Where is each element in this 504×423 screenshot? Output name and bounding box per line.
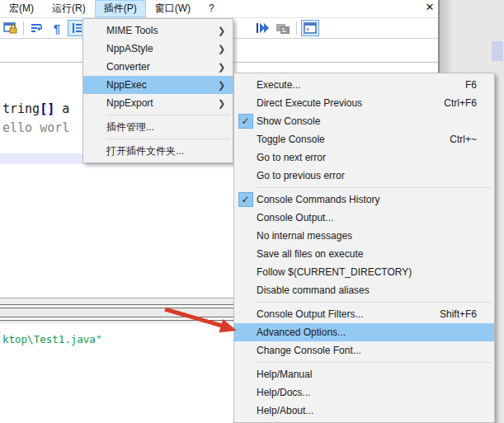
window-lock-icon — [3, 21, 17, 35]
word-wrap-button[interactable] — [28, 20, 46, 36]
fast-forward-icon — [256, 21, 271, 35]
nppexec-menu-item-disable-command-aliases[interactable]: Disable command aliases — [234, 281, 494, 299]
empty-icon-cell — [234, 281, 257, 299]
empty-icon-cell — [234, 130, 257, 148]
menu-item-label: Follow $(CURRENT_DIRECTORY) — [257, 266, 477, 278]
menu-item-label: Console Output Filters... — [257, 308, 440, 320]
nppexec-menu-item-change-console-font[interactable]: Change Console Font... — [234, 341, 494, 360]
code-segment: [] — [40, 101, 54, 116]
menu-item-shortcut: F6 — [465, 79, 494, 91]
code-segment: a — [54, 101, 69, 116]
nppexec-menu-item-advanced-options[interactable]: Advanced Options... — [234, 323, 494, 341]
editor-code-line: ello worl — [2, 120, 69, 135]
nppexec-menu-item-console-output-filters[interactable]: Console Output Filters...Shift+F6 — [234, 305, 494, 323]
menu-item-label: Converter — [83, 61, 218, 73]
nppexec-menu-item-console-commands-history[interactable]: ✓Console Commands History — [234, 190, 494, 209]
annotation-arrow — [151, 298, 243, 338]
plugin-menu-item-converter[interactable]: Converter❯ — [83, 58, 233, 76]
nppexec-menu-item-help-manual[interactable]: Help/Manual — [234, 365, 494, 383]
menu-separator — [106, 115, 230, 115]
nppexec-submenu: Execute...F6Direct Execute PreviousCtrl+… — [233, 73, 495, 423]
indent-guide-icon — [70, 21, 83, 35]
plugin-menu-item-nppexec[interactable]: NppExec❯ — [83, 76, 233, 94]
submenu-arrow-icon: ❯ — [218, 62, 233, 73]
console-output-line: ktop\Test1.java" — [2, 333, 101, 345]
empty-icon-cell — [234, 209, 257, 227]
nppexec-menu-item-toggle-console[interactable]: Toggle ConsoleCtrl+~ — [234, 130, 494, 148]
dock-panel-button[interactable] — [274, 20, 292, 36]
menu-item-label: Execute... — [257, 79, 465, 91]
menu-item-label: Help/About... — [257, 405, 477, 416]
empty-icon-cell — [234, 245, 257, 263]
nppexec-menu-item-help-docs[interactable]: Help/Docs... — [234, 383, 494, 402]
menu-item-label: Disable command aliases — [257, 284, 477, 296]
menu-item-label: Go to next error — [257, 152, 477, 163]
empty-icon-cell — [234, 263, 257, 281]
menu-item-label: Toggle Console — [257, 134, 450, 145]
plugin-menu-item-nppexport[interactable]: NppExport❯ — [83, 94, 233, 112]
menubar-item-run[interactable]: 运行(R) — [43, 0, 95, 17]
submenu-arrow-icon: ❯ — [218, 44, 233, 54]
menubar-item-help[interactable]: ? — [200, 0, 224, 17]
nppexec-menu-item-help-about[interactable]: Help/About... — [234, 402, 494, 420]
submenu-arrow-icon: ❯ — [218, 80, 233, 91]
menubar-item-macro[interactable]: 宏(M) — [0, 0, 43, 17]
empty-icon-cell — [234, 227, 257, 245]
menu-item-label: NppExec — [83, 79, 218, 91]
pilcrow-icon: ¶ — [54, 22, 60, 35]
menubar-item-window[interactable]: 窗口(W) — [146, 0, 200, 17]
nppexec-menu-item-save-all-files-on-execute[interactable]: Save all files on execute — [234, 245, 494, 263]
empty-icon-cell — [234, 383, 257, 402]
menu-item-label: Direct Execute Previous — [257, 97, 444, 109]
plugin-menu-item-nppastyle[interactable]: NppAStyle❯ — [83, 40, 233, 58]
background-window-fragment — [492, 41, 503, 61]
nppexec-menu-item-show-console[interactable]: ✓Show Console — [234, 112, 494, 130]
window-lock-button[interactable] — [1, 20, 19, 36]
show-all-characters-button[interactable]: ¶ — [48, 20, 66, 36]
close-button[interactable]: ✕ — [420, 0, 440, 15]
nppexec-menu-item-console-output[interactable]: Console Output... — [234, 209, 494, 227]
run-previous-button[interactable] — [254, 20, 272, 36]
submenu-arrow-icon: ❯ — [218, 26, 233, 36]
menu-item-label: NppExport — [83, 97, 218, 109]
menu-item-label: NppAStyle — [83, 43, 218, 54]
menu-item-shortcut: Shift+F6 — [440, 308, 494, 320]
menu-item-label: Console Commands History — [257, 194, 477, 205]
code-segment: ello worl — [2, 120, 69, 135]
empty-icon-cell — [234, 148, 257, 167]
menu-item-label: No internal messages — [257, 230, 477, 242]
menu-item-label: Show Console — [257, 115, 477, 127]
empty-icon-cell — [234, 167, 257, 185]
nppexec-menu-item-no-internal-messages[interactable]: No internal messages — [234, 227, 494, 245]
show-console-button[interactable]: > — [301, 20, 319, 36]
nppexec-menu-item-go-to-previous-error[interactable]: Go to previous error — [234, 167, 494, 185]
menu-item-label: Console Output... — [257, 212, 477, 223]
menu-item-label: Go to previous error — [257, 170, 477, 181]
checkmark-icon: ✓ — [238, 192, 253, 207]
toolbar-separator — [23, 21, 24, 35]
nppexec-menu-item-go-to-next-error[interactable]: Go to next error — [234, 148, 494, 167]
plugin-menu-item-mime-tools[interactable]: MIME Tools❯ — [83, 21, 233, 40]
empty-icon-cell — [234, 402, 257, 420]
nppexec-menu-item-follow-current-directory[interactable]: Follow $(CURRENT_DIRECTORY) — [234, 263, 494, 281]
plugin-menu-item-open-plugins-folder[interactable]: 打开插件文件夹... — [83, 142, 233, 160]
menu-item-shortcut: Ctrl+~ — [450, 134, 494, 145]
checkmark-icon: ✓ — [238, 114, 253, 129]
menu-item-label: 插件管理... — [83, 120, 233, 134]
nppexec-menu-item-execute[interactable]: Execute...F6 — [234, 76, 494, 94]
plugin-menu-item-plugin-admin[interactable]: 插件管理... — [83, 118, 233, 136]
menu-separator — [106, 139, 230, 139]
editor-code-line: tring[] a — [2, 101, 69, 116]
menu-item-label: 打开插件文件夹... — [83, 144, 233, 158]
nppexec-menu-item-direct-execute-previous[interactable]: Direct Execute PreviousCtrl+F6 — [234, 94, 494, 112]
submenu-arrow-icon: ❯ — [218, 98, 233, 109]
menu-item-label: Help/Docs... — [257, 387, 477, 398]
menubar-item-plugins[interactable]: 插件(P) — [95, 0, 146, 17]
menu-item-label: Help/Manual — [257, 369, 477, 380]
menu-item-label: Advanced Options... — [257, 327, 477, 338]
menu-item-label: Change Console Font... — [257, 345, 477, 356]
word-wrap-icon — [31, 21, 44, 35]
dock-panel-icon — [276, 21, 290, 35]
console-window-icon: > — [304, 22, 317, 34]
menu-item-shortcut: Ctrl+F6 — [444, 97, 494, 109]
